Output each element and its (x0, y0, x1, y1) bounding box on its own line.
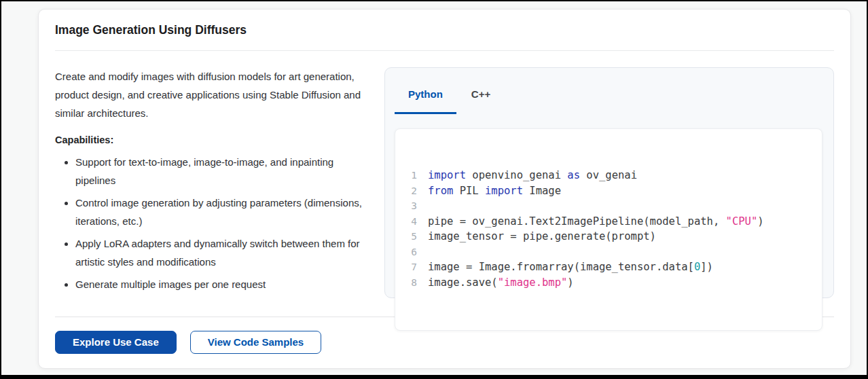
code-line: 3 (408, 198, 810, 214)
card-title: Image Generation Using Diffusers (55, 21, 834, 39)
code-text: import openvino_genai as ov_genai (428, 168, 637, 183)
code-line: 4pipe = ov_genai.Text2ImagePipeline(mode… (408, 214, 810, 230)
line-number: 4 (408, 214, 417, 230)
explore-use-case-button[interactable]: Explore Use Case (55, 331, 177, 354)
code-text: from PIL import Image (428, 183, 561, 199)
content-row: Create and modify images with diffusion … (55, 67, 834, 299)
use-case-card: Image Generation Using Diffusers Create … (38, 9, 851, 369)
capability-item: Support for text-to-image, image-to-imag… (75, 154, 369, 190)
capability-item: Apply LoRA adapters and dynamically swit… (75, 235, 369, 271)
code-text (428, 198, 434, 214)
code-text (428, 245, 434, 260)
code-text: image_tensor = pipe.generate(prompt) (428, 229, 656, 245)
use-case-details: Create and modify images with diffusion … (55, 67, 369, 299)
code-text: image = Image.fromarray(image_tensor.dat… (428, 259, 713, 275)
tab-cpp[interactable]: C++ (458, 88, 504, 114)
code-block: 1import openvino_genai as ov_genai2from … (395, 128, 822, 331)
code-text: pipe = ov_genai.Text2ImagePipeline(model… (428, 214, 764, 230)
code-line: 5image_tensor = pipe.generate(prompt) (408, 229, 810, 245)
page-frame: Image Generation Using Diffusers Create … (0, 0, 868, 379)
code-line: 6 (408, 245, 810, 260)
code-lines: 1import openvino_genai as ov_genai2from … (408, 168, 810, 290)
use-case-description: Create and modify images with diffusion … (55, 67, 369, 122)
capability-item: Control image generation by adjusting pa… (75, 194, 369, 230)
code-line: 1import openvino_genai as ov_genai (408, 168, 810, 183)
view-code-samples-button[interactable]: View Code Samples (190, 331, 321, 354)
code-sample-panel: Python C++ 1import openvino_genai as ov_… (384, 67, 834, 298)
capabilities-heading: Capabilities: (55, 134, 369, 145)
code-line: 7image = Image.fromarray(image_tensor.da… (408, 259, 810, 275)
line-number: 5 (408, 229, 417, 245)
line-number: 8 (408, 275, 417, 291)
line-number: 7 (408, 259, 417, 275)
line-number: 2 (408, 183, 417, 199)
code-line: 8image.save("image.bmp") (408, 275, 810, 291)
code-sample-column: Python C++ 1import openvino_genai as ov_… (384, 67, 834, 299)
code-line: 2from PIL import Image (408, 183, 810, 199)
line-number: 6 (408, 245, 417, 260)
language-tabs: Python C++ (395, 88, 822, 114)
capability-item: Generate multiple images per one request (75, 276, 369, 294)
line-number: 1 (408, 168, 417, 183)
code-text: image.save("image.bmp") (428, 275, 574, 291)
capabilities-list: Support for text-to-image, image-to-imag… (55, 154, 369, 294)
tab-python[interactable]: Python (395, 88, 456, 114)
line-number: 3 (408, 198, 417, 214)
header-divider (55, 50, 834, 51)
button-row: Explore Use Case View Code Samples (55, 331, 834, 354)
